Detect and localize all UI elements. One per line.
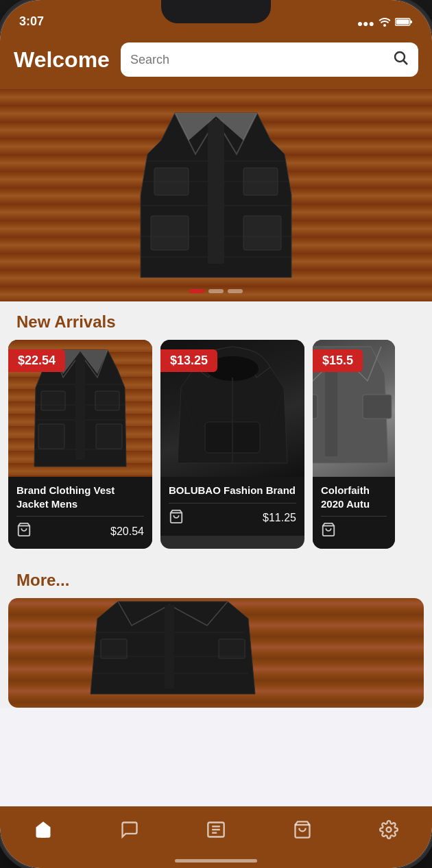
product-card-3[interactable]: $15.5 Colorfaith 2020 Aut <box>313 340 395 549</box>
svg-rect-23 <box>95 391 119 410</box>
svg-rect-24 <box>38 424 64 449</box>
price-badge-1: $22.54 <box>8 349 65 372</box>
nav-item-home[interactable] <box>23 815 64 850</box>
svg-line-5 <box>404 61 408 65</box>
product-name-3: Colorfaith 2020 Autu <box>321 484 387 510</box>
product-info-3: Colorfaith 2020 Autu <box>313 477 395 549</box>
svg-rect-25 <box>96 424 122 449</box>
search-icon[interactable] <box>392 49 409 70</box>
svg-rect-43 <box>363 395 392 419</box>
add-to-cart-3[interactable] <box>321 522 336 541</box>
more-banner-bg <box>8 598 424 708</box>
wifi-icon: ●●● <box>357 18 374 29</box>
nav-item-chat[interactable] <box>109 815 150 850</box>
nav-item-cart[interactable] <box>282 815 323 850</box>
product-price-1: $20.54 <box>110 525 144 538</box>
svg-point-59 <box>387 827 392 832</box>
add-to-cart-1[interactable] <box>16 522 32 541</box>
nav-item-settings[interactable] <box>368 815 409 850</box>
phone-screen: 3:07 ●●● <box>0 0 432 868</box>
hero-banner <box>0 89 432 301</box>
wifi-signal-icon <box>379 17 391 29</box>
dot-1 <box>189 289 204 293</box>
product-image-1: $22.54 <box>8 340 152 477</box>
svg-point-0 <box>383 24 386 27</box>
product-footer-2: $11.25 <box>169 503 296 528</box>
price-badge-2: $13.25 <box>160 349 217 372</box>
svg-rect-9 <box>151 216 189 250</box>
product-footer-3 <box>321 516 387 541</box>
product-name-2: BOLUBAO Fashion Brand <box>169 484 296 497</box>
more-title: More... <box>16 571 69 589</box>
list-icon <box>206 820 226 844</box>
product-footer-1: $20.54 <box>16 516 144 541</box>
bottom-nav <box>0 806 432 868</box>
dot-3 <box>228 289 243 293</box>
svg-rect-21 <box>75 354 85 460</box>
hero-vest-image <box>106 99 326 291</box>
new-arrivals-section: New Arrivals <box>0 301 432 340</box>
home-indicator <box>175 859 257 863</box>
settings-icon <box>379 820 398 844</box>
search-input[interactable] <box>130 53 387 67</box>
cart-icon <box>293 820 312 844</box>
status-icons: ●●● <box>357 17 413 29</box>
svg-rect-10 <box>243 216 281 250</box>
svg-rect-42 <box>313 395 317 419</box>
product-image-3: $15.5 <box>313 340 395 477</box>
product-price-2: $11.25 <box>263 512 296 524</box>
notch <box>161 0 271 23</box>
svg-rect-46 <box>101 639 127 658</box>
svg-point-4 <box>395 52 405 62</box>
product-card-1[interactable]: $22.54 <box>8 340 152 549</box>
product-image-2: $13.25 <box>160 340 304 477</box>
svg-rect-3 <box>396 20 409 25</box>
svg-rect-22 <box>41 391 65 410</box>
add-to-cart-2[interactable] <box>169 509 184 528</box>
svg-rect-45 <box>165 605 174 689</box>
product-info-1: Brand Clothing Vest Jacket Mens $20.54 <box>8 477 152 549</box>
price-badge-3: $15.5 <box>313 349 363 372</box>
new-arrivals-title: New Arrivals <box>16 312 116 331</box>
dot-2 <box>208 289 224 293</box>
product-info-2: BOLUBAO Fashion Brand $11.25 <box>160 477 304 536</box>
more-banner[interactable] <box>8 598 424 708</box>
banner-dots <box>189 289 243 293</box>
header: Welcome <box>0 34 432 89</box>
more-section: More... <box>0 560 432 598</box>
nav-item-list[interactable] <box>195 815 237 850</box>
phone-frame: 3:07 ●●● <box>0 0 432 868</box>
svg-rect-2 <box>410 21 412 23</box>
content-area: New Arrivals $22.54 <box>0 301 432 708</box>
search-bar[interactable] <box>121 42 418 77</box>
home-icon <box>34 820 53 844</box>
battery-icon <box>395 17 413 29</box>
svg-rect-6 <box>208 120 224 264</box>
page-title: Welcome <box>14 47 110 73</box>
product-card-2[interactable]: $13.25 <box>160 340 304 549</box>
products-row: $22.54 <box>0 340 432 560</box>
chat-icon <box>120 820 139 844</box>
product-name-1: Brand Clothing Vest Jacket Mens <box>16 484 144 510</box>
svg-rect-47 <box>219 639 245 658</box>
